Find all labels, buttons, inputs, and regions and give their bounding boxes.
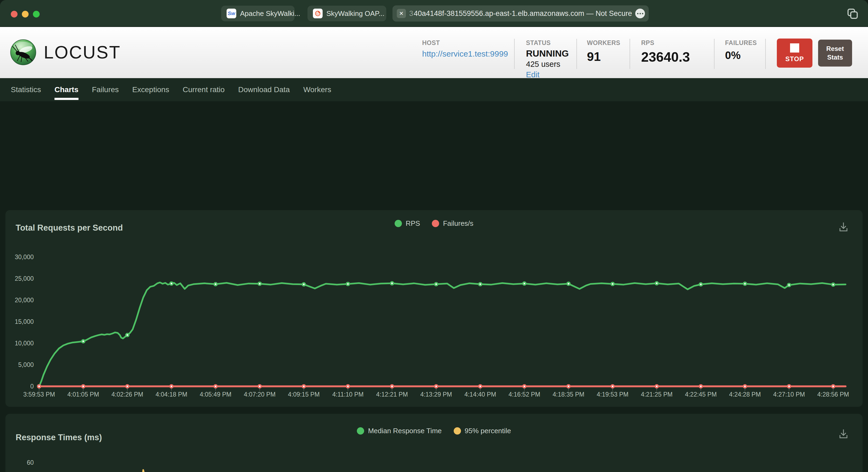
rps-chart: 05,00010,00015,00020,00025,00030,0003:59…	[5, 210, 863, 407]
copy-tabs-icon[interactable]	[845, 7, 859, 21]
rps-block: RPS 23640.3	[641, 39, 690, 65]
legend-dot-icon	[357, 427, 364, 435]
response-times-chart-panel: 102030405060 Response Times (ms) Median …	[5, 414, 863, 472]
browser-tab-label: Apache SkyWalki...	[240, 9, 300, 18]
svg-text:4:19:53 PM: 4:19:53 PM	[597, 391, 628, 398]
browser-tab-skywalking[interactable]: Sw Apache SkyWalki...	[221, 6, 294, 21]
stop-button-label: STOP	[785, 55, 804, 63]
url-text: 40a4148f-381559556.ap-east-1.elb.amazona…	[414, 9, 584, 18]
app-title: LOCUST	[44, 42, 121, 63]
svg-text:4:09:15 PM: 4:09:15 PM	[288, 391, 320, 398]
locust-charts-screen: { "browser": { "tabs": [ { "label": "Apa…	[0, 0, 868, 472]
nav-tab-current-ratio[interactable]: Current ratio	[183, 78, 225, 101]
skywalking-logo-icon: Sw	[226, 9, 236, 18]
svg-text:0: 0	[30, 383, 34, 390]
divider	[714, 39, 715, 69]
url-dim-prefix: 3	[409, 9, 413, 18]
legend-label: Failures/s	[443, 219, 473, 228]
nav-tab-download-data[interactable]: Download Data	[238, 78, 290, 101]
svg-text:4:01:05 PM: 4:01:05 PM	[67, 391, 99, 398]
grafana-logo-icon	[313, 9, 322, 18]
failures-label: FAILURES	[725, 39, 757, 46]
rps-chart-panel: 05,00010,00015,00020,00025,00030,0003:59…	[5, 210, 863, 407]
divider	[577, 39, 577, 69]
status-users: 425 users	[526, 60, 569, 69]
rps-label: RPS	[641, 39, 690, 46]
browser-tab-label: SkyWalking OAP...	[327, 9, 384, 18]
more-options-icon[interactable]	[635, 9, 645, 18]
failures-block: FAILURES 0%	[725, 39, 757, 61]
workers-value: 91	[587, 49, 620, 64]
svg-text:4:04:18 PM: 4:04:18 PM	[156, 391, 187, 398]
status-value: RUNNING	[526, 48, 569, 59]
nav-tab-charts[interactable]: Charts	[55, 78, 79, 101]
legend-item-median-response-time[interactable]: Median Response Time	[357, 427, 441, 435]
svg-text:4:05:49 PM: 4:05:49 PM	[199, 391, 231, 398]
svg-text:10,000: 10,000	[15, 340, 34, 347]
svg-text:20,000: 20,000	[15, 297, 34, 304]
nav-tab-statistics[interactable]: Statistics	[11, 78, 41, 101]
nav-tab-exceptions[interactable]: Exceptions	[132, 78, 169, 101]
stop-icon	[790, 43, 799, 53]
svg-text:25,000: 25,000	[15, 275, 34, 282]
stop-button[interactable]: STOP	[777, 38, 812, 68]
close-window-button[interactable]	[11, 11, 18, 18]
host-block: HOST http://service1.test:9999	[422, 39, 508, 59]
zoom-window-button[interactable]	[33, 11, 40, 18]
stop-loading-icon[interactable]: ✕	[397, 9, 406, 18]
svg-text:4:28:56 PM: 4:28:56 PM	[817, 391, 849, 398]
workers-label: WORKERS	[587, 39, 620, 46]
svg-text:4:13:29 PM: 4:13:29 PM	[420, 391, 452, 398]
rps-value: 23640.3	[641, 49, 690, 65]
nav-tab-failures[interactable]: Failures	[92, 78, 119, 101]
svg-text:4:18:35 PM: 4:18:35 PM	[553, 391, 585, 398]
svg-text:4:12:21 PM: 4:12:21 PM	[376, 391, 408, 398]
reset-stats-button[interactable]: Reset Stats	[818, 40, 852, 67]
divider	[765, 39, 766, 69]
chart-legend: Median Response Time95% percentile	[5, 427, 863, 435]
legend-dot-icon	[432, 220, 439, 227]
charts-page: 05,00010,00015,00020,00025,00030,0003:59…	[0, 101, 868, 472]
legend-item-rps[interactable]: RPS	[395, 219, 420, 228]
legend-item-95-percentile[interactable]: 95% percentile	[454, 427, 511, 435]
svg-text:4:24:28 PM: 4:24:28 PM	[729, 391, 761, 398]
download-chart-icon[interactable]	[837, 221, 850, 233]
status-label: STATUS	[526, 39, 569, 46]
svg-text:4:22:45 PM: 4:22:45 PM	[685, 391, 717, 398]
url-security-suffix: — Not Secure	[584, 9, 632, 18]
legend-label: RPS	[406, 219, 420, 228]
chart-legend: RPSFailures/s	[5, 219, 863, 228]
svg-text:4:21:25 PM: 4:21:25 PM	[641, 391, 673, 398]
locust-header: LOCUST HOST http://service1.test:9999 ST…	[0, 27, 868, 78]
svg-text:4:11:10 PM: 4:11:10 PM	[332, 391, 364, 398]
divider	[629, 39, 630, 69]
svg-text:15,000: 15,000	[15, 318, 34, 325]
browser-chrome: Sw Apache SkyWalki... SkyWalking OAP... …	[0, 0, 868, 27]
response-times-chart: 102030405060	[5, 414, 863, 472]
window-controls	[11, 11, 40, 18]
status-block: STATUS RUNNING 425 users Edit	[526, 39, 569, 79]
host-label: HOST	[422, 39, 508, 46]
legend-dot-icon	[395, 220, 402, 227]
legend-dot-icon	[454, 427, 461, 435]
svg-text:60: 60	[27, 459, 34, 466]
legend-label: 95% percentile	[465, 427, 511, 435]
host-link[interactable]: http://service1.test:9999	[422, 49, 508, 59]
svg-text:30,000: 30,000	[15, 254, 34, 261]
legend-item-failures-s[interactable]: Failures/s	[432, 219, 473, 228]
divider	[514, 39, 515, 69]
download-chart-icon[interactable]	[837, 428, 850, 440]
workers-block: WORKERS 91	[587, 39, 620, 64]
minimize-window-button[interactable]	[22, 11, 29, 18]
svg-text:4:27:10 PM: 4:27:10 PM	[773, 391, 805, 398]
svg-text:4:02:26 PM: 4:02:26 PM	[112, 391, 143, 398]
locust-logo: LOCUST	[10, 39, 121, 66]
address-bar[interactable]: ✕ 340a4148f-381559556.ap-east-1.elb.amaz…	[393, 5, 649, 22]
browser-tab-skywalking-oap[interactable]: SkyWalking OAP...	[308, 6, 386, 21]
svg-text:3:59:53 PM: 3:59:53 PM	[23, 391, 55, 398]
legend-label: Median Response Time	[368, 427, 441, 435]
locust-logo-icon	[10, 39, 37, 66]
svg-text:4:14:40 PM: 4:14:40 PM	[464, 391, 496, 398]
nav-tabs: StatisticsChartsFailuresExceptionsCurren…	[0, 78, 868, 101]
nav-tab-workers[interactable]: Workers	[303, 78, 331, 101]
